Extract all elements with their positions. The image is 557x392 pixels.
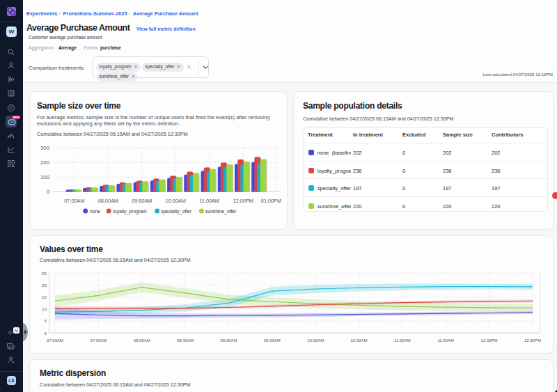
- svg-text:11:30AM: 11:30AM: [437, 338, 454, 343]
- svg-text:100: 100: [40, 174, 50, 180]
- svg-text:12:00PM: 12:00PM: [233, 198, 253, 204]
- svg-text:08:30AM: 08:30AM: [177, 338, 194, 343]
- svg-text:08:00AM: 08:00AM: [98, 198, 118, 204]
- svg-text:none: none: [90, 209, 100, 214]
- svg-text:5: 5: [45, 318, 47, 323]
- svg-text:12:00PM: 12:00PM: [481, 338, 498, 343]
- svg-text:200: 200: [40, 159, 50, 166]
- svg-text:09:00AM: 09:00AM: [220, 338, 237, 343]
- svg-text:loyalty_program: loyalty_program: [113, 209, 147, 214]
- svg-text:10:00AM: 10:00AM: [307, 338, 324, 343]
- svg-text:20: 20: [42, 283, 47, 288]
- svg-text:10:00AM: 10:00AM: [166, 198, 186, 204]
- svg-text:08:00AM: 08:00AM: [134, 338, 150, 343]
- svg-text:07:30AM: 07:30AM: [90, 338, 107, 343]
- svg-text:25: 25: [42, 271, 47, 276]
- svg-text:12:30PM: 12:30PM: [524, 338, 541, 343]
- svg-text:10:30AM: 10:30AM: [351, 338, 368, 343]
- svg-text:07:00AM: 07:00AM: [47, 338, 63, 343]
- svg-text:07:00AM: 07:00AM: [64, 198, 84, 204]
- svg-text:11:00AM: 11:00AM: [394, 338, 411, 343]
- svg-text:15: 15: [42, 295, 47, 299]
- svg-text:11:00AM: 11:00AM: [199, 198, 219, 204]
- svg-text:01:00PM: 01:00PM: [261, 198, 281, 204]
- svg-text:sunshine_offer: sunshine_offer: [205, 209, 237, 214]
- svg-text:specialty_offer: specialty_offer: [161, 209, 191, 214]
- svg-text:09:30AM: 09:30AM: [264, 338, 281, 343]
- svg-text:10: 10: [42, 306, 47, 311]
- svg-text:09:00AM: 09:00AM: [132, 198, 152, 204]
- svg-text:0: 0: [47, 189, 50, 195]
- svg-text:300: 300: [40, 145, 50, 151]
- svg-text:0: 0: [45, 331, 47, 336]
